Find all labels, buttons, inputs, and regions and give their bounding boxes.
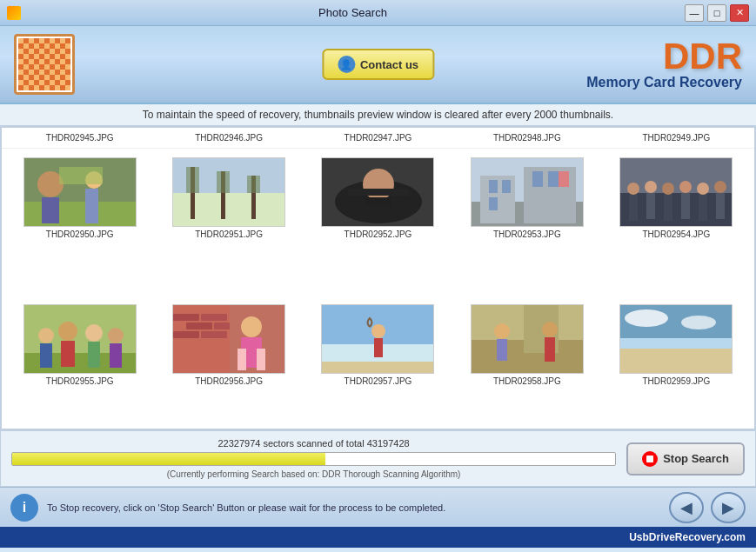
contact-label: Contact us: [360, 58, 418, 71]
contact-button[interactable]: 👤 Contact us: [322, 49, 434, 80]
status-bar: i To Stop recovery, click on 'Stop Searc…: [0, 487, 756, 527]
svg-rect-79: [620, 338, 733, 349]
svg-rect-18: [365, 197, 391, 206]
svg-rect-70: [374, 338, 383, 357]
stop-label: Stop Search: [663, 452, 729, 465]
nav-buttons: ◀ ▶: [669, 492, 746, 523]
svg-point-42: [714, 181, 726, 193]
notice-text: To maintain the speed of recovery, thumb…: [143, 109, 613, 121]
svg-rect-59: [214, 323, 230, 329]
thumb-cell-0[interactable]: THDR02950.JPG: [5, 152, 154, 299]
header: 👤 Contact us DDR Memory Card Recovery: [0, 26, 756, 104]
svg-point-36: [662, 183, 674, 195]
svg-rect-75: [497, 339, 507, 361]
close-button[interactable]: ✕: [730, 4, 749, 22]
stop-search-button[interactable]: Stop Search: [626, 442, 745, 476]
thumbnail-image-1: [172, 157, 285, 227]
svg-rect-56: [173, 314, 199, 321]
footer-bar: UsbDriveRecovery.com: [0, 527, 756, 548]
svg-point-46: [38, 328, 54, 343]
brand-name: DDR: [586, 38, 742, 75]
svg-rect-60: [173, 331, 199, 338]
svg-rect-35: [646, 193, 655, 219]
thumb-label-9: THDR02959.JPG: [642, 376, 710, 386]
title-bar: Photo Search — □ ✕: [0, 0, 756, 26]
svg-point-40: [697, 183, 709, 195]
svg-point-38: [679, 181, 692, 193]
footer-text: UsbDriveRecovery.com: [629, 531, 746, 543]
svg-rect-19: [348, 189, 409, 196]
thumbnail-image-6: [172, 304, 285, 374]
svg-rect-6: [59, 167, 103, 184]
top-label-2: THDR02947.JPG: [304, 131, 452, 144]
thumb-cell-1[interactable]: THDR02951.JPG: [154, 152, 303, 299]
svg-point-50: [85, 324, 103, 342]
top-label-0: THDR02945.JPG: [5, 131, 154, 144]
thumbnail-image-4: [619, 157, 733, 227]
top-label-3: THDR02948.JPG: [452, 131, 601, 144]
logo-box: [14, 34, 75, 95]
svg-rect-29: [559, 171, 569, 187]
thumb-label-6: THDR02956.JPG: [195, 376, 263, 386]
svg-point-74: [494, 323, 510, 339]
svg-rect-14: [247, 176, 260, 193]
svg-rect-53: [110, 343, 122, 368]
svg-rect-77: [545, 337, 555, 362]
thumb-cell-6[interactable]: THDR02956.JPG: [154, 299, 303, 430]
minimize-button[interactable]: —: [685, 4, 704, 22]
svg-point-52: [108, 328, 124, 343]
svg-rect-1: [24, 202, 137, 227]
brand-area: DDR Memory Card Recovery: [586, 38, 742, 90]
thumb-cell-9[interactable]: THDR02959.JPG: [602, 299, 751, 430]
svg-rect-41: [699, 195, 707, 221]
top-label-1: THDR02946.JPG: [154, 131, 303, 144]
svg-rect-51: [88, 342, 100, 368]
svg-rect-25: [489, 197, 498, 210]
stop-icon: [642, 451, 658, 467]
thumb-label-7: THDR02957.JPG: [345, 376, 412, 386]
svg-point-76: [542, 322, 558, 337]
svg-rect-37: [664, 195, 672, 221]
thumb-label-0: THDR02950.JPG: [46, 229, 114, 239]
algo-text: (Currently performing Search based on: D…: [11, 469, 616, 479]
info-icon: i: [10, 494, 38, 522]
maximize-button[interactable]: □: [707, 4, 726, 22]
svg-point-82: [681, 316, 716, 329]
thumbnail-area: THDR02945.JPG THDR02946.JPG THDR02947.JP…: [0, 126, 756, 430]
thumb-cell-2[interactable]: THDR02952.JPG: [304, 152, 452, 299]
progress-bar-container: [11, 452, 616, 466]
svg-point-69: [371, 324, 385, 338]
thumb-cell-7[interactable]: THDR02957.JPG: [304, 299, 452, 430]
svg-rect-43: [716, 193, 725, 219]
progress-area: 22327974 sectors scanned of total 431974…: [0, 430, 756, 487]
thumb-cell-8[interactable]: THDR02958.JPG: [452, 299, 601, 430]
forward-button[interactable]: ▶: [711, 492, 746, 523]
logo-checkerboard: [18, 38, 70, 90]
thumbnail-image-8: [471, 304, 584, 374]
thumb-cell-3[interactable]: THDR02953.JPG: [452, 152, 601, 299]
thumb-label-8: THDR02958.JPG: [493, 376, 561, 386]
progress-info: 22327974 sectors scanned of total 431974…: [11, 438, 616, 479]
back-button[interactable]: ◀: [669, 492, 704, 523]
brand-subtitle: Memory Card Recovery: [586, 75, 742, 90]
thumbnail-image-9: [619, 304, 733, 374]
svg-rect-24: [502, 180, 511, 193]
svg-rect-10: [186, 167, 199, 193]
thumb-cell-5[interactable]: THDR02955.JPG: [5, 299, 154, 430]
thumb-cell-4[interactable]: THDR02954.JPG: [602, 152, 751, 299]
svg-point-34: [645, 181, 657, 193]
svg-rect-8: [173, 193, 285, 227]
svg-rect-57: [201, 314, 227, 321]
svg-rect-39: [681, 193, 690, 219]
window-controls: — □ ✕: [685, 4, 749, 22]
svg-rect-5: [85, 189, 98, 223]
thumbnail-image-0: [23, 157, 137, 227]
thumb-label-5: THDR02955.JPG: [46, 376, 114, 386]
thumb-label-3: THDR02953.JPG: [493, 229, 561, 239]
svg-rect-49: [61, 341, 75, 367]
notice-bar: To maintain the speed of recovery, thumb…: [0, 104, 756, 126]
top-labels-row: THDR02945.JPG THDR02946.JPG THDR02947.JP…: [2, 128, 754, 149]
thumbnail-grid[interactable]: THDR02950.JPG THDR02951.JPG: [2, 149, 754, 430]
svg-rect-12: [217, 171, 230, 193]
top-label-4: THDR02949.JPG: [602, 131, 751, 144]
